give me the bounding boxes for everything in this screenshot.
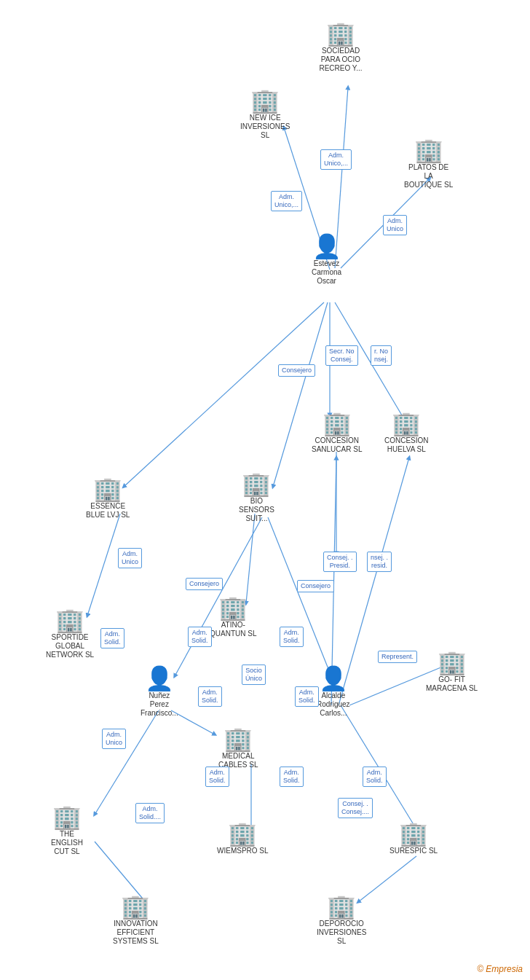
label-innovation: INNOVATIONEFFICIENTSYSTEMS SL: [113, 920, 159, 946]
building-icon-innovation: 🏢: [121, 895, 150, 918]
badge-adm-unico-nunez2[interactable]: Adm.Unico: [102, 729, 126, 749]
badge-consejero-left[interactable]: Consejero: [278, 364, 315, 377]
badge-consejero-bio[interactable]: Consejero: [297, 580, 334, 592]
badge-consejero-atino[interactable]: Consejero: [186, 578, 223, 590]
badge-adm-solid-alcalde2[interactable]: Adm.Solid.: [363, 767, 387, 787]
node-concesion-sanlucar: 🏢 CONCESIONSANLUCAR SL: [312, 412, 362, 454]
svg-line-11: [95, 710, 159, 815]
watermark: © Empresia: [477, 964, 523, 974]
node-platos: 🏢 PLATOS DELABOUTIQUE SL: [404, 138, 453, 189]
svg-line-17: [358, 856, 416, 902]
badge-adm-solid-alcalde[interactable]: Adm.Solid.: [295, 686, 319, 707]
building-icon-concesion-sanlucar: 🏢: [323, 412, 352, 435]
node-medical-cables: 🏢 MEDICALCABLES SL: [218, 727, 258, 769]
label-deporocio: DEPOROCIOINVERSIONESSL: [317, 920, 366, 946]
building-icon-gofit: 🏢: [438, 651, 467, 674]
node-sociedad: 🏢 SOCIEDAD PARA OCIO RECREO Y...: [312, 22, 370, 73]
badge-adm-solid-nunez3[interactable]: Adm.Solid....: [135, 803, 165, 823]
badge-consej-presid[interactable]: Consej. .Presid.: [323, 552, 357, 572]
label-sportide: SPORTIDEGLOBALNETWORK SL: [46, 633, 94, 659]
svg-line-8: [87, 514, 120, 616]
building-icon-english-cut: 🏢: [52, 805, 82, 828]
building-icon-sportide: 🏢: [55, 608, 84, 632]
node-concesion-huelva: 🏢 CONCESIONHUELVA SL: [384, 412, 429, 454]
label-nunez: NuñezPerezFrancisco...: [141, 691, 178, 718]
node-estevez: 👤 EstevezCarmonaOscar: [312, 235, 341, 286]
badge-adm-unico-platos[interactable]: Adm.Unico: [383, 215, 407, 235]
node-newice: 🏢 NEW ICEINVERSIONESSL: [240, 89, 290, 140]
building-icon-wiemspro: 🏢: [228, 822, 257, 845]
label-wiemspro: WIEMSPRO SL: [217, 847, 269, 855]
label-newice: NEW ICEINVERSIONESSL: [240, 114, 290, 140]
building-icon-biosensors: 🏢: [242, 472, 271, 495]
building-icon-atino: 🏢: [218, 596, 248, 619]
diagram-container: 🏢 SOCIEDAD PARA OCIO RECREO Y... 🏢 NEW I…: [0, 0, 530, 980]
node-sportide: 🏢 SPORTIDEGLOBALNETWORK SL: [46, 608, 94, 659]
node-innovation: 🏢 INNOVATIONEFFICIENTSYSTEMS SL: [113, 895, 159, 946]
svg-line-6: [273, 302, 328, 487]
label-sociedad: SOCIEDAD PARA OCIO RECREO Y...: [312, 47, 370, 73]
label-alcalde: AlcaldeRodriguezCarlos...: [317, 691, 350, 718]
badge-adm-solid-medical1[interactable]: Adm.Solid.: [205, 767, 229, 787]
building-icon-sociedad: 🏢: [326, 22, 355, 45]
node-atino: 🏢 ATINO-QUANTUN SL: [210, 596, 256, 638]
building-icon-concesion-huelva: 🏢: [392, 412, 421, 435]
building-icon-surespic: 🏢: [399, 822, 428, 845]
badge-adm-unico-essence[interactable]: Adm.Unico: [118, 548, 142, 568]
badge-adm-solid-atino[interactable]: Adm.Solid.: [188, 627, 212, 647]
badge-adm-solid-bio[interactable]: Adm.Solid.: [280, 627, 304, 647]
building-icon-platos: 🏢: [414, 138, 443, 162]
svg-line-5: [124, 302, 324, 487]
badge-adm-solid-sportide[interactable]: Adm.Solid.: [100, 628, 124, 648]
badge-secr-no-consej[interactable]: Secr. NoConsej.: [325, 345, 358, 366]
label-platos: PLATOS DELABOUTIQUE SL: [404, 163, 453, 189]
person-icon-estevez: 👤: [312, 235, 341, 258]
label-english-cut: THEENGLISHCUT SL: [51, 830, 83, 856]
badge-adm-solid-medical2[interactable]: Adm.Solid.: [280, 767, 304, 787]
badge-onsej-presid2[interactable]: nsej. .resid.: [367, 552, 392, 572]
label-concesion-huelva: CONCESIONHUELVA SL: [384, 436, 429, 454]
label-biosensors: BIOSENSORSSUIT...: [239, 497, 274, 523]
label-surespic: SURESPIC SL: [389, 847, 438, 855]
building-icon-essence-blue: 🏢: [93, 477, 122, 501]
badge-vr-no-consej[interactable]: r. Nonsej.: [371, 345, 392, 366]
node-alcalde: 👤 AlcaldeRodriguezCarlos...: [317, 667, 350, 718]
node-nunez: 👤 NuñezPerezFrancisco...: [141, 667, 178, 718]
badge-adm-unico-estevez-left[interactable]: Adm.Unico,...: [271, 191, 302, 211]
badge-socio-unico[interactable]: SocioÚnico: [242, 665, 266, 685]
node-surespic: 🏢 SURESPIC SL: [389, 822, 438, 855]
svg-line-20: [268, 517, 331, 676]
node-gofit: 🏢 GO- FITMARACENA SL: [426, 651, 478, 693]
svg-line-9: [246, 514, 255, 603]
node-biosensors: 🏢 BIOSENSORSSUIT...: [239, 472, 274, 523]
building-icon-newice: 🏢: [250, 89, 280, 112]
badge-represent-gofit[interactable]: Represent.: [378, 651, 417, 663]
person-icon-nunez: 👤: [145, 667, 174, 690]
label-estevez: EstevezCarmonaOscar: [312, 259, 341, 286]
label-concesion-sanlucar: CONCESIONSANLUCAR SL: [312, 436, 362, 454]
person-icon-alcalde: 👤: [319, 667, 348, 690]
label-gofit: GO- FITMARACENA SL: [426, 675, 478, 693]
node-deporocio: 🏢 DEPOROCIOINVERSIONESSL: [317, 895, 366, 946]
badge-consej-consej[interactable]: Consej. .Consej....: [338, 798, 373, 818]
label-essence-blue: ESSENCEBLUE LVJ SL: [86, 502, 130, 520]
node-wiemspro: 🏢 WIEMSPRO SL: [217, 822, 269, 855]
badge-adm-unico-newice[interactable]: Adm.Unico,...: [320, 149, 352, 170]
node-the-english-cut: 🏢 THEENGLISHCUT SL: [51, 805, 83, 856]
badge-adm-solid-nunez[interactable]: Adm.Solid.: [198, 686, 222, 707]
node-essence-blue: 🏢 ESSENCEBLUE LVJ SL: [86, 477, 130, 520]
label-atino: ATINO-QUANTUN SL: [210, 621, 256, 638]
building-icon-deporocio: 🏢: [327, 895, 356, 918]
building-icon-medical-cables: 🏢: [224, 727, 253, 750]
